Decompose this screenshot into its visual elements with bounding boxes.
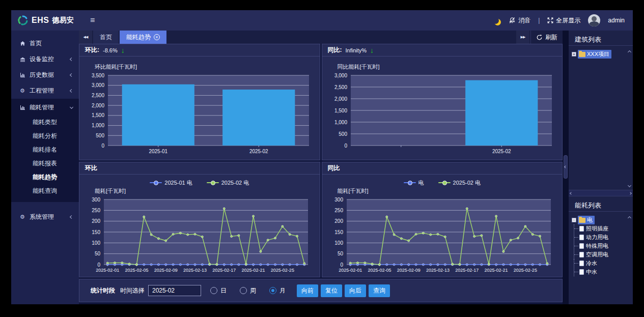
radio-circle-selected-icon[interactable] [269,287,276,294]
svg-text:2025-02-17: 2025-02-17 [455,268,479,273]
tree-node-label: 空调用电 [586,251,608,258]
sidebar-item-energy-manage[interactable]: 能耗管理 [11,100,79,116]
svg-text:2025-02-17: 2025-02-17 [212,268,236,273]
tab-home[interactable]: 首页 [93,31,119,44]
tree-node-reclaimed-water[interactable]: 中水 [574,268,627,276]
sidebar-item-home[interactable]: 首页 [11,36,79,51]
legend-marker-icon [150,181,162,185]
legend-item[interactable]: 2025-02 电 [438,179,481,187]
panel-mom-line: 环比 2025-01 电2025-02 电 能耗[千瓦时] 0501001502… [79,162,320,277]
fullscreen-button[interactable]: 全屏显示 [547,16,580,25]
sidebar-item-device-monitor[interactable]: 设备监控 [11,51,79,67]
backward-button[interactable]: 向后 [345,284,366,297]
radio-circle-icon[interactable] [210,287,217,294]
svg-text:2,000: 2,000 [334,96,347,102]
tree-node-project[interactable]: + XXX项目 [572,49,627,59]
query-toolbar: 统计时段 时间选择 日 周 月 向前 复位 向后 查询 [79,279,563,302]
tree-node-hvac[interactable]: 空调用电 [574,250,627,259]
reset-button[interactable]: 复位 [321,284,342,297]
tree-node-special[interactable]: 特殊用电 [574,242,627,250]
radio-month[interactable]: 月 [269,286,286,295]
tree-node-electricity[interactable]: - 电 [572,215,627,224]
tree-node-lighting[interactable]: 照明插座 [574,224,627,233]
file-icon [579,243,584,249]
sidebar-subitem-energy-ranking[interactable]: 能耗排名 [11,143,79,157]
tree-node-label: 特殊用电 [586,242,608,250]
selected-tree-node[interactable]: XXX项目 [578,50,611,59]
splitter-collapse-handle[interactable] [564,155,568,179]
sidebar-subitem-energy-trend[interactable]: 能耗趋势 [11,170,79,184]
scroll-right-icon[interactable] [629,192,632,195]
legend-item[interactable]: 2025-01 电 [150,179,192,187]
system-manage-gear-icon: ⚙ [19,214,25,220]
svg-text:2,500: 2,500 [334,84,347,90]
yoy-line-chart: 0501001502002503002025-02-012025-02-0520… [326,196,563,276]
mom-summary-label: 环比: [85,46,99,54]
sidebar: 首页 设备监控 历史数据 ⚙ 工程管理 [11,31,79,304]
radio-day-label: 日 [220,286,227,295]
scroll-up-icon[interactable] [628,50,631,54]
legend-item[interactable]: 电 [404,179,424,187]
hamburger-menu-icon[interactable]: ≡ [90,16,95,25]
tab-energy-trend[interactable]: 能耗趋势 × [120,31,166,44]
svg-text:2025-01: 2025-01 [149,149,167,154]
radio-week-label: 周 [250,286,256,295]
svg-text:500: 500 [339,131,347,137]
mom-line-title: 环比 [85,164,97,172]
sidebar-item-system-manage[interactable]: ⚙ 系统管理 [11,209,79,225]
mute-label: 消音 [518,16,530,25]
tabs-scroll-right-button[interactable]: ▶▶ [516,31,529,44]
sidebar-item-label: 能耗管理 [30,103,66,112]
mute-button[interactable]: 消音 [509,16,530,25]
horizontal-scrollbar[interactable] [569,190,633,196]
tree-node-label: 动力用电 [586,234,608,241]
svg-text:1,500: 1,500 [92,112,104,118]
legend-item[interactable]: 2025-02 电 [207,179,249,187]
svg-text:2025-02-05: 2025-02-05 [368,268,391,273]
open-folder-icon [579,218,585,223]
sidebar-subitem-energy-report[interactable]: 能耗报表 [11,157,79,170]
selected-tree-node[interactable]: 电 [578,216,595,224]
radio-week[interactable]: 周 [240,286,256,295]
yoy-bar-chart: 05001,0001,5002,0002,5003,0002025-02 [326,72,563,159]
sidebar-subitem-energy-query[interactable]: 能耗查询 [11,184,79,198]
tree-node-label: 中水 [586,268,597,276]
svg-text:1,000: 1,000 [334,120,347,125]
sidebar-item-project-manage[interactable]: ⚙ 工程管理 [11,83,79,99]
svg-text:50: 50 [337,251,343,256]
time-select-label: 时间选择 [120,286,145,295]
forward-button[interactable]: 向前 [297,284,318,297]
radio-day[interactable]: 日 [210,286,227,295]
user-avatar[interactable] [588,14,600,26]
tree-node-cold-water[interactable]: 冷水 [574,259,627,268]
decrease-arrow-icon: ↓ [370,47,374,54]
expand-icon[interactable]: + [572,52,576,56]
scroll-left-icon[interactable] [570,192,573,195]
tabs-scroll-left-button[interactable]: ◀◀ [79,31,92,44]
scroll-down-icon[interactable] [628,184,631,187]
dark-mode-moon-icon[interactable] [492,17,499,24]
query-button[interactable]: 查询 [369,284,390,297]
svg-text:2025-02-09: 2025-02-09 [154,268,178,273]
svg-text:150: 150 [92,229,100,235]
logo-ehs-text: EHS [32,16,49,25]
tree-node-power[interactable]: 动力用电 [574,233,627,242]
radio-circle-icon[interactable] [240,287,247,294]
svg-text:0: 0 [340,262,343,268]
svg-text:300: 300 [92,197,100,203]
legend-label: 2025-02 电 [221,179,249,187]
svg-text:1,000: 1,000 [92,123,104,128]
sidebar-subitem-energy-analysis[interactable]: 能耗分析 [11,129,79,143]
sidebar-item-history-data[interactable]: 历史数据 [11,67,79,83]
refresh-label: 刷新 [545,33,557,42]
tab-close-icon[interactable]: × [154,34,160,40]
sidebar-subitem-energy-type[interactable]: 能耗类型 [11,116,79,129]
refresh-icon [536,34,543,41]
collapse-icon[interactable]: - [572,218,576,222]
tab-label: 能耗趋势 [126,33,151,42]
tree-node-label: 冷水 [586,260,597,267]
refresh-button[interactable]: 刷新 [530,31,563,44]
time-select-input[interactable] [148,285,201,296]
scroll-up-icon[interactable] [628,216,631,220]
svg-text:3,000: 3,000 [92,82,104,88]
